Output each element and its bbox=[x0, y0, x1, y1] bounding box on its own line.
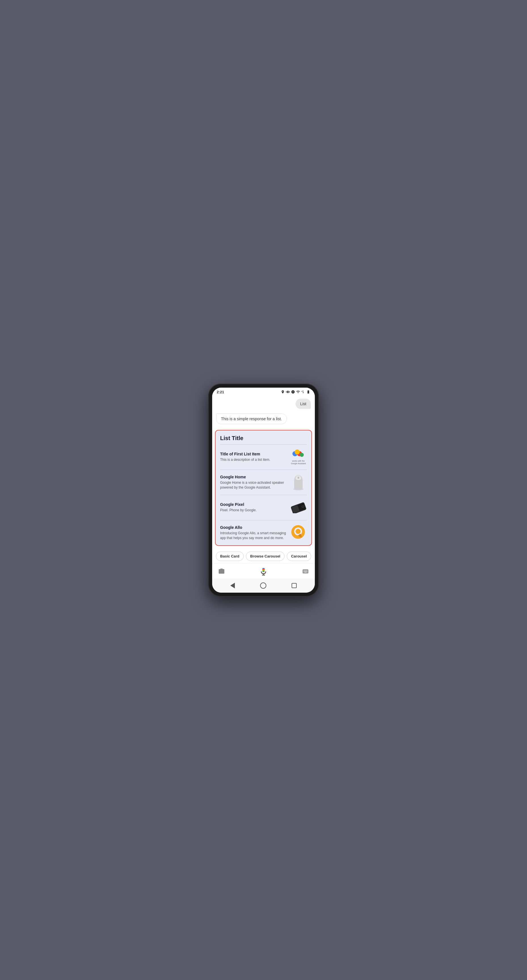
assistant-label: works with theGoogle Assistant bbox=[291, 460, 306, 465]
list-title: List Title bbox=[216, 430, 311, 444]
camera-svg bbox=[218, 568, 225, 575]
camera-icon[interactable] bbox=[218, 568, 225, 575]
list-item-title-1: Google Home bbox=[220, 475, 287, 479]
svg-point-13 bbox=[296, 529, 301, 534]
list-item-desc-2: Pixel. Phone by Google. bbox=[220, 508, 287, 513]
list-item[interactable]: Title of First List Item This is a descr… bbox=[216, 445, 311, 469]
bottom-bar bbox=[212, 563, 315, 579]
list-item[interactable]: Google Allo Introducing Google Allo, a s… bbox=[216, 520, 311, 545]
list-item-title-3: Google Allo bbox=[220, 525, 287, 530]
list-item-image-3 bbox=[290, 524, 307, 541]
battery-icon bbox=[306, 390, 310, 394]
signal-icon bbox=[301, 390, 305, 394]
list-card: List Title Title of First List Item This… bbox=[215, 430, 312, 546]
list-item-text-0: Title of First List Item This is a descr… bbox=[220, 452, 287, 462]
basic-card-chip[interactable]: Basic Card bbox=[216, 552, 244, 561]
list-item-image-2 bbox=[290, 499, 307, 516]
svg-point-6 bbox=[298, 477, 299, 479]
status-bar: 2:21 bbox=[212, 388, 315, 396]
wifi-icon bbox=[296, 390, 300, 394]
status-icons bbox=[281, 390, 310, 394]
list-item-text-2: Google Pixel Pixel. Phone by Google. bbox=[220, 502, 287, 513]
google-home-icon bbox=[291, 474, 306, 491]
list-item-desc-1: Google Home is a voice-activated speaker… bbox=[220, 480, 287, 490]
list-item-text-1: Google Home Google Home is a voice-activ… bbox=[220, 475, 287, 490]
list-item-text-3: Google Allo Introducing Google Allo, a s… bbox=[220, 525, 287, 541]
svg-rect-24 bbox=[263, 571, 264, 572]
carousel-chip[interactable]: Carousel bbox=[287, 552, 311, 561]
phone-frame: 2:21 List This is a simple respons bbox=[208, 383, 319, 597]
status-time: 2:21 bbox=[217, 390, 224, 394]
assistant-icon bbox=[291, 449, 305, 458]
list-item[interactable]: Google Pixel Pixel. Phone by Google. bbox=[216, 495, 311, 520]
svg-point-2 bbox=[295, 449, 300, 455]
keyboard-icon[interactable] bbox=[302, 568, 309, 575]
keyboard-svg bbox=[302, 568, 309, 575]
back-button[interactable] bbox=[230, 583, 235, 589]
list-item-image-0: works with theGoogle Assistant bbox=[290, 449, 307, 466]
list-item-title-0: Title of First List Item bbox=[220, 452, 287, 456]
google-allo-icon bbox=[290, 525, 307, 541]
dnd-icon bbox=[291, 390, 295, 394]
list-item-desc-3: Introducing Google Allo, a smart messagi… bbox=[220, 531, 287, 541]
home-button[interactable] bbox=[260, 582, 266, 589]
list-card-wrapper: List Title Title of First List Item This… bbox=[212, 428, 315, 549]
list-item-title-2: Google Pixel bbox=[220, 502, 287, 507]
browse-carousel-chip[interactable]: Browse Carousel bbox=[246, 552, 285, 561]
bottom-chips: Basic Card Browse Carousel Carousel bbox=[212, 549, 315, 563]
chat-area: List This is a simple response for a lis… bbox=[212, 396, 315, 428]
list-item-desc-0: This is a description of a list item. bbox=[220, 457, 287, 462]
google-pixel-icon bbox=[290, 502, 307, 513]
location-icon bbox=[281, 390, 285, 394]
svg-point-3 bbox=[300, 453, 304, 457]
user-chat-bubble: List bbox=[296, 399, 311, 409]
phone-screen: 2:21 List This is a simple respons bbox=[212, 388, 315, 593]
microphone-svg bbox=[259, 567, 268, 576]
recents-button[interactable] bbox=[291, 583, 297, 588]
list-item[interactable]: Google Home Google Home is a voice-activ… bbox=[216, 470, 311, 495]
navigation-bar bbox=[212, 579, 315, 593]
list-item-image-1 bbox=[290, 474, 307, 491]
vibrate-icon bbox=[286, 390, 290, 394]
microphone-button[interactable] bbox=[258, 566, 269, 576]
bot-chat-bubble: This is a simple response for a list. bbox=[216, 414, 287, 424]
